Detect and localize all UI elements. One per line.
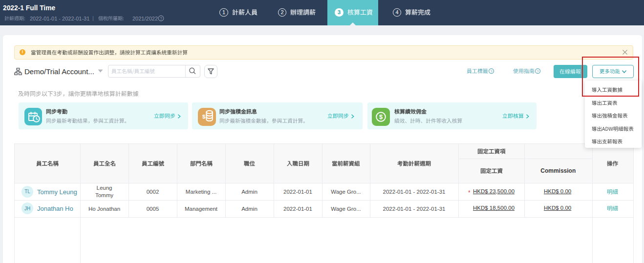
- svg-text:$: $: [202, 114, 206, 120]
- svg-text:?: ?: [160, 16, 162, 21]
- svg-text:?: ?: [537, 69, 539, 74]
- svg-text:$: $: [379, 113, 383, 121]
- svg-text:?: ?: [490, 69, 493, 74]
